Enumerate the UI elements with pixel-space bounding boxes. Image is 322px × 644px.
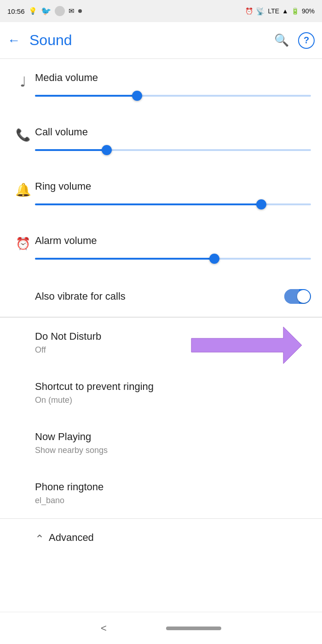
now-playing-subtitle: Show nearby songs [35,446,311,455]
ringtone-title: Phone ringtone [35,481,311,493]
alarm-icon-vol: ⏰ [11,235,35,251]
ring-slider-fill [35,203,261,205]
alarm-volume-content: Alarm volume [35,235,311,263]
ring-volume-content: Ring volume [35,180,311,209]
media-slider-thumb[interactable] [132,91,142,101]
media-volume-label: Media volume [35,72,311,84]
alarm-slider-fill [35,258,214,260]
alarm-slider-track [35,258,311,260]
call-volume-content: Call volume [35,126,311,155]
call-icon: 📞 [11,126,35,142]
call-volume-slider[interactable] [35,145,311,155]
notification-icon-mail: ✉ [69,7,75,15]
header: ← Sound 🔍 ? [0,22,322,59]
shortcut-subtitle: On (mute) [35,395,311,405]
advanced-chevron-icon: ⌃ [35,533,44,545]
media-volume-content: Media volume [35,72,311,100]
dnd-item[interactable]: Do Not Disturb Off [0,318,322,368]
call-volume-row[interactable]: 📞 Call volume [0,113,322,168]
toggle-knob [297,290,310,303]
help-button[interactable]: ? [298,32,315,49]
search-button[interactable]: 🔍 [274,33,289,47]
alarm-icon: ⏰ [245,7,253,15]
battery-icon: 🔋 [291,7,299,15]
media-volume-slider[interactable] [35,91,311,100]
dnd-annotation-area: Do Not Disturb Off [0,318,322,368]
ring-slider-track [35,203,311,205]
advanced-item[interactable]: ⌃ Advanced [0,519,322,546]
nav-bar: < [0,612,322,644]
ringtone-subtitle: el_bano [35,496,311,505]
status-right: ⏰ 📡 LTE ▲ 🔋 90% [245,7,315,16]
now-playing-item[interactable]: Now Playing Show nearby songs [0,418,322,468]
back-button[interactable]: ← [7,34,20,47]
media-volume-row[interactable]: ♩ Media volume [0,59,322,113]
ring-volume-row[interactable]: 🔔 Ring volume [0,168,322,222]
ring-slider-thumb[interactable] [256,199,266,209]
ring-icon: 🔔 [11,180,35,197]
call-slider-thumb[interactable] [102,145,112,155]
notification-dot [78,9,82,13]
toggle-indicator [55,6,65,16]
vibrate-label: Also vibrate for calls [35,290,284,302]
battery-percent: 90% [302,7,315,15]
call-slider-track [35,149,311,151]
status-bar: 10:56 💡 🐦 ✉ ⏰ 📡 LTE ▲ 🔋 90% [0,0,322,22]
main-content: ♩ Media volume 📞 Call volume [0,59,322,612]
call-volume-label: Call volume [35,126,311,138]
status-left: 10:56 💡 🐦 ✉ [7,6,82,16]
media-slider-track [35,95,311,97]
alarm-volume-row[interactable]: ⏰ Alarm volume [0,222,322,276]
alarm-volume-slider[interactable] [35,254,311,263]
time-display: 10:56 [7,7,25,15]
media-slider-fill [35,95,137,97]
alarm-slider-thumb[interactable] [209,254,219,264]
nav-back-button[interactable]: < [101,622,107,634]
shortcut-title: Shortcut to prevent ringing [35,381,311,393]
cast-icon: 📡 [256,7,265,16]
advanced-title: Advanced [49,532,94,544]
signal-icon: ▲ [282,7,288,15]
ringtone-item[interactable]: Phone ringtone el_bano [0,468,322,518]
ring-volume-slider[interactable] [35,200,311,209]
call-slider-fill [35,149,107,151]
media-icon: ♩ [11,72,35,90]
now-playing-title: Now Playing [35,431,311,443]
nav-home-pill[interactable] [166,627,221,630]
alarm-volume-label: Alarm volume [35,235,311,247]
notification-icon-app: 🐦 [41,6,51,16]
page-title: Sound [29,32,274,49]
shortcut-item[interactable]: Shortcut to prevent ringing On (mute) [0,368,322,418]
vibrate-toggle[interactable] [284,289,311,304]
header-icons: 🔍 ? [274,32,315,49]
network-label: LTE [268,7,279,15]
ring-volume-label: Ring volume [35,180,311,192]
vibrate-toggle-row[interactable]: Also vibrate for calls [0,276,322,317]
dnd-title: Do Not Disturb [35,331,311,342]
dnd-subtitle: Off [35,345,311,355]
notification-icon-bulb: 💡 [29,7,37,15]
